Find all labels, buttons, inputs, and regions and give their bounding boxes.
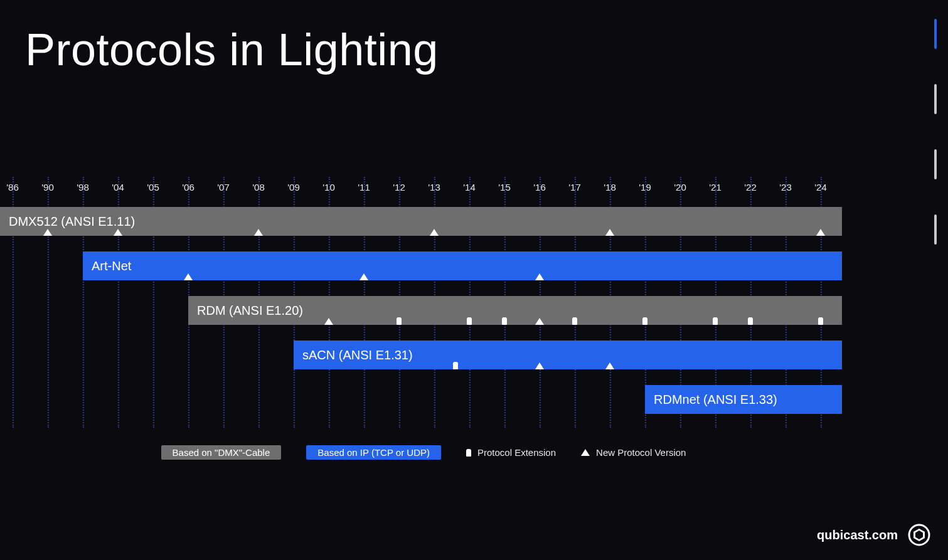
protocol-extension-icon [642,317,647,325]
new-version-icon [535,362,544,369]
timeline-chart: '86'90'98'04'05'06'07'08'09'10'11'12'13'… [0,177,847,428]
protocol-extension-icon [818,317,823,325]
new-version-icon [581,449,590,456]
progress-dot[interactable] [934,84,937,114]
new-version-icon [324,318,333,325]
protocol-extension-icon [572,317,577,325]
progress-dot[interactable] [934,214,937,245]
protocol-extension-icon [453,362,458,369]
chart-legend: Based on "DMX"-Cable Based on IP (TCP or… [0,445,847,460]
new-version-icon [430,229,439,236]
legend-extension-label: Protocol Extension [477,447,556,458]
legend-cable: Based on "DMX"-Cable [161,445,282,460]
legend-extension: Protocol Extension [466,447,556,458]
new-version-icon [359,273,368,280]
new-version-icon [114,229,122,236]
qubicast-logo-icon [908,524,930,546]
protocol-extension-icon [502,317,507,325]
legend-version: New Protocol Version [581,447,686,458]
progress-dot[interactable] [934,149,937,179]
protocol-extension-icon [748,317,753,325]
protocol-extension-icon [466,449,471,457]
new-version-icon [184,273,193,280]
new-version-icon [605,362,614,369]
new-version-icon [816,229,825,236]
protocol-extension-icon [467,317,472,325]
new-version-icon [254,229,263,236]
new-version-icon [535,273,544,280]
legend-ip: Based on IP (TCP or UDP) [306,445,441,460]
new-version-icon [535,318,544,325]
page-title: Protocols in Lighting [25,24,439,75]
footer: qubicast.com [817,524,930,546]
legend-version-label: New Protocol Version [596,447,686,458]
progress-dot[interactable] [934,19,937,49]
new-version-icon [43,229,52,236]
footer-site-label: qubicast.com [817,528,898,542]
protocol-extension-icon [397,317,402,325]
slide-progress-indicator [934,19,937,245]
slide-root: Protocols in Lighting '86'90'98'04'05'06… [0,0,948,560]
new-version-icon [605,229,614,236]
protocol-extension-icon [713,317,718,325]
